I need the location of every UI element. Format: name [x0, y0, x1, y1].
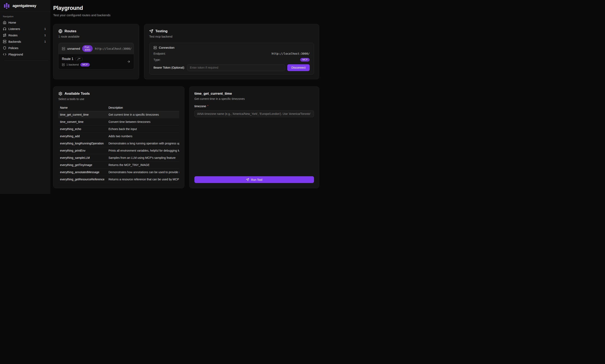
- nav-section-label: Navigation: [0, 15, 50, 18]
- route-icon: [3, 34, 6, 37]
- tool-row[interactable]: everything_annotatedMessage Demonstrates…: [58, 169, 179, 176]
- main-content: Playground Test your configured routes a…: [50, 0, 322, 194]
- tool-name: everything_annotatedMessage: [58, 170, 108, 174]
- testing-card-subtitle: Test mcp backend: [149, 35, 314, 38]
- shield-icon: [3, 46, 6, 50]
- tool-row[interactable]: everything_printEnv Prints all environme…: [58, 147, 179, 154]
- globe-icon: [58, 29, 63, 33]
- tool-name: time_convert_time: [58, 120, 108, 123]
- sidebar-item-home[interactable]: Home: [2, 19, 48, 26]
- column-header-name: Name: [58, 106, 108, 109]
- tools-card-subtitle: Select a tools to use: [58, 97, 179, 101]
- tool-name: everything_getTinyImage: [58, 163, 108, 167]
- route-path-badge: /*: [75, 57, 82, 61]
- server-icon: [62, 47, 65, 50]
- tool-description: Returns the MCP_TINY_IMAGE: [108, 163, 179, 167]
- sidebar-item-routes[interactable]: Routes 1: [2, 32, 48, 39]
- sidebar-item-label: Playground: [8, 53, 47, 56]
- sidebar-item-label: Policies: [8, 46, 47, 50]
- sidebar-item-label: Listeners: [8, 27, 42, 31]
- tool-description: Prints all environment variables, helpfu…: [108, 149, 179, 152]
- tool-description: Get current time in a specific timezones: [108, 113, 179, 116]
- connection-panel: Connection Endpoint: http://localhost:30…: [149, 43, 314, 75]
- page-title: Playground: [53, 5, 319, 11]
- sidebar-item-listeners[interactable]: Listeners 1: [2, 26, 48, 32]
- nav-divider: [4, 60, 48, 61]
- tool-description: Demonstrates how annotations can be used…: [108, 170, 179, 174]
- agentgateway-logo-icon: [3, 2, 10, 9]
- tool-name: time_get_current_time: [58, 113, 108, 116]
- tool-row[interactable]: everything_longRunningOperation Demonstr…: [58, 140, 179, 147]
- listener-group: unnamed Port 3000 http://localhost:3000/…: [58, 43, 134, 69]
- testing-card: Testing Test mcp backend Connection Endp…: [144, 24, 319, 79]
- page-subtitle: Test your configured routes and backends: [53, 13, 319, 17]
- listener-name: unnamed: [67, 47, 80, 50]
- tool-description: Returns a resource reference that can be…: [108, 178, 179, 181]
- sidebar-item-backends[interactable]: Backends 1: [2, 39, 48, 45]
- route-backend-count: 1 backend: [66, 63, 79, 66]
- route-type-badge: MCP: [80, 63, 90, 66]
- arrow-right-icon: [127, 60, 131, 64]
- server-icon: [154, 46, 157, 49]
- routes-card-subtitle: 1 route available: [58, 35, 134, 38]
- sidebar-item-label: Routes: [8, 34, 42, 37]
- gear-icon: [58, 92, 63, 96]
- home-icon: [3, 21, 6, 24]
- run-tool-label: Run Tool: [251, 178, 262, 181]
- tool-row[interactable]: everything_getResourceReference Returns …: [58, 176, 179, 183]
- tool-description: Samples from an LLM using MCP's sampling…: [108, 156, 179, 159]
- tool-row[interactable]: everything_sampleLLM Samples from an LLM…: [58, 154, 179, 161]
- column-header-description: Description: [108, 106, 179, 109]
- brand[interactable]: agentgateway: [0, 0, 50, 12]
- required-marker: *: [207, 104, 208, 107]
- disconnect-button[interactable]: Disconnect: [287, 64, 310, 71]
- available-tools-card: Available Tools Select a tools to use Na…: [53, 87, 184, 188]
- endpoint-value: http://localhost:3000/: [272, 52, 310, 55]
- tool-name: everything_echo: [58, 127, 108, 131]
- tool-row[interactable]: everything_echo Echoes back the input: [58, 126, 179, 133]
- tools-table: Name Description time_get_current_time G…: [58, 104, 179, 183]
- endpoint-label: Endpoint:: [154, 52, 166, 55]
- sidebar-item-label: Home: [8, 21, 47, 24]
- tool-description: Demonstrates a long running operation wi…: [108, 142, 179, 145]
- routes-card: Routes 1 route available unnamed Port 30…: [53, 24, 139, 79]
- server-icon: [3, 40, 6, 43]
- run-tool-button[interactable]: Run Tool: [194, 176, 314, 183]
- tool-name: everything_printEnv: [58, 149, 108, 152]
- tool-row[interactable]: everything_getTinyImage Returns the MCP_…: [58, 161, 179, 169]
- bearer-token-label: Bearer Token (Optional):: [154, 66, 185, 69]
- sidebar-item-count: 1: [44, 34, 47, 37]
- send-icon: [246, 178, 249, 181]
- sidebar: agentgateway Navigation Home Listeners 1…: [0, 0, 50, 194]
- tool-runner-subtitle: Get current time in a specific timezones: [194, 97, 314, 101]
- tool-name: everything_add: [58, 135, 108, 138]
- route-name: Route 1: [62, 57, 73, 61]
- bearer-token-input[interactable]: [187, 64, 285, 71]
- sidebar-item-policies[interactable]: Policies: [2, 45, 48, 51]
- port-badge: Port 3000: [82, 45, 93, 52]
- tool-name: everything_getResourceReference: [58, 178, 108, 181]
- tool-row[interactable]: time_get_current_time Get current time i…: [58, 111, 179, 118]
- tools-card-title: Available Tools: [65, 92, 90, 96]
- tool-name: everything_sampleLLM: [58, 156, 108, 159]
- listener-row[interactable]: unnamed Port 3000 http://localhost:3000/: [59, 43, 134, 54]
- code-icon: [3, 52, 6, 56]
- timezone-input[interactable]: [194, 110, 314, 117]
- tool-row[interactable]: everything_add Adds two numbers: [58, 133, 179, 140]
- sidebar-item-label: Backends: [8, 40, 42, 43]
- sidebar-item-count: 1: [44, 27, 47, 30]
- server-icon: [62, 63, 65, 66]
- brand-name: agentgateway: [13, 4, 36, 8]
- route-row[interactable]: Route 1 /* 1 backend MCP: [59, 54, 134, 69]
- listener-url: http://localhost:3000/: [95, 47, 132, 50]
- headphones-icon: [3, 27, 6, 31]
- nav: Home Listeners 1 Routes 1 Backends 1 Pol…: [0, 19, 50, 61]
- timezone-field-label: timezone: [194, 104, 206, 108]
- tool-row[interactable]: time_convert_time Convert time between t…: [58, 118, 179, 126]
- send-icon: [149, 29, 153, 33]
- routes-card-title: Routes: [65, 29, 77, 33]
- tool-name: everything_longRunningOperation: [58, 142, 108, 145]
- tool-description: Adds two numbers: [108, 135, 179, 138]
- tool-description: Echoes back the input: [108, 127, 179, 131]
- sidebar-item-playground[interactable]: Playground: [2, 51, 48, 57]
